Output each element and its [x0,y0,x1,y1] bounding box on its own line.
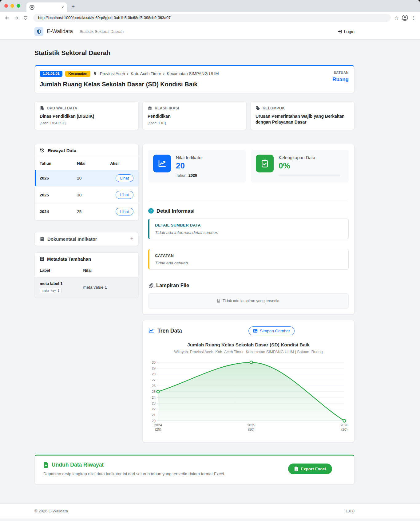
metadata-row: meta label 1 meta_key_1 meta value 1 [35,277,138,298]
opd-card: OPD WALI DATA Dinas Pendidikan (DISDIK) … [34,101,139,130]
col-label: Label [35,264,78,277]
browser-menu-icon[interactable]: ⋮ [411,15,416,21]
location-pin-icon [93,71,97,76]
klasifikasi-label: KLASIFIKASI [155,106,179,110]
sumber-data-empty: Tidak ada informasi detail sumber. [155,230,343,235]
svg-text:2024: 2024 [154,423,162,427]
row-nilai: 25 [72,203,105,220]
save-image-label: Simpan Gambar [260,329,290,333]
footer-version: 1.0.0 [346,509,355,513]
catatan-card: CATATAN Tidak ada catatan. [148,249,349,270]
save-image-button[interactable]: Simpan Gambar [248,326,295,335]
app-subtitle: Statistik Sektoral Daerah [80,29,124,34]
riwayat-row-2026[interactable]: 2026 20 Lihat [35,170,138,187]
paperclip-icon [148,283,153,288]
app-name: E-Walidata [47,28,73,35]
bookmark-star-icon[interactable]: ☆ [394,15,399,21]
url-bar[interactable]: http://localhost:1000/portal/ssd/iv-69rp… [33,14,391,22]
svg-text:25: 25 [152,389,156,393]
lihat-button-2025[interactable]: Lihat [116,191,133,199]
chart-title: Jumlah Ruang Kelas Sekolah Dasar (SD) Ko… [148,342,349,348]
site-header: E-Walidata Statistik Sektoral Daerah Log… [0,24,420,40]
new-tab-button[interactable]: + [71,4,75,10]
trend-line-chart: 20212223242526272829302024(25)2025(30)20… [148,358,349,437]
col-nilai: Nilai [72,157,105,170]
export-excel-label: Export Excel [301,467,326,471]
tab-close-icon[interactable]: × [61,5,64,10]
opd-value: Dinas Pendidikan (DISDIK) [40,113,133,120]
site-footer: © 2026 E-Walidata 1.0.0 [0,503,420,519]
kelompok-value: Urusan Pemerintahan Wajib yang Berkaitan… [256,113,349,125]
row-nilai: 30 [72,187,105,203]
clipboard-check-icon [256,155,274,172]
riwayat-row-2024[interactable]: 2024 25 Lihat [35,203,138,220]
svg-text:29: 29 [152,366,156,370]
svg-text:21: 21 [152,413,156,416]
building-icon [40,106,44,111]
trend-chart-icon [148,328,154,334]
row-tahun: 2024 [35,203,72,220]
unduh-heading: Unduh Data Riwayat [52,462,104,468]
nilai-indikator-label: Nilai Indikator [176,155,203,160]
klasifikasi-code: [Kode: 1.01] [148,121,241,125]
tahun-label: Tahun: [176,173,188,178]
tahun-value: 2026 [188,173,197,178]
lihat-button-2026[interactable]: Lihat [116,174,133,182]
export-excel-button[interactable]: Export Excel [288,464,332,474]
breadcrumb: Provinsi Aceh › Kab. Aceh Timur › Kecama… [100,71,219,76]
svg-text:23: 23 [152,401,156,405]
sumber-data-card: DETAIL SUMBER DATA Tidak ada informasi d… [148,219,349,239]
unduh-description: Dapatkan arsip lengkap nilai data indika… [43,472,225,476]
unduh-card: Unduh Data Riwayat Dapatkan arsip lengka… [34,455,355,484]
col-tahun: Tahun [35,157,72,170]
kelompok-card: KELOMPOK Urusan Pemerintahan Wajib yang … [250,101,355,130]
expand-plus-icon[interactable]: + [130,236,133,242]
satuan-value: Ruang [332,77,349,83]
trend-card: Tren Data Simpan Gambar Jumlah Ruang Kel… [142,320,355,442]
indicator-code-badge: 1.01.01.01 [40,71,62,77]
riwayat-row-2025[interactable]: 2025 30 Lihat [35,187,138,203]
breadcrumb-item-district[interactable]: Kecamatan SIMPANG ULIM [167,71,219,76]
detail-informasi-heading: i Detail Informasi [148,208,349,214]
lampiran-label: Lampiran File [156,282,189,288]
zoom-window-button[interactable] [17,4,20,8]
lihat-button-2024[interactable]: Lihat [116,208,133,216]
satuan-label: SATUAN [332,71,349,74]
lampiran-heading: Lampiran File [148,282,349,288]
app-logo [34,27,43,36]
dokumentasi-card[interactable]: Dokumentasi Indikator + [34,232,139,246]
overview-card: Nilai Indikator 20 Tahun: 2026 [142,144,355,314]
kelengkapan-label: Kelengkapan Data [279,155,340,160]
close-window-button[interactable] [4,4,8,8]
book-icon [40,237,45,242]
clipboard-icon [40,257,44,261]
forward-icon[interactable] [12,14,20,22]
layers-icon [148,106,152,111]
klasifikasi-card: KLASIFIKASI Pendidikan [Kode: 1.01] [142,101,247,130]
profile-avatar-icon[interactable] [402,15,408,21]
meta-label: meta label 1 [40,281,73,286]
image-icon [253,329,258,333]
login-link[interactable]: Login [338,29,355,34]
reload-icon[interactable] [22,14,30,22]
klasifikasi-value: Pendidikan [148,113,241,120]
svg-text:2025: 2025 [247,423,255,427]
breadcrumb-item-province[interactable]: Provinsi Aceh [100,71,125,76]
svg-text:(25): (25) [155,428,161,431]
meta-value: meta value 1 [78,277,138,298]
row-tahun: 2025 [35,187,72,203]
svg-text:22: 22 [152,407,156,411]
browser-window: × + http://localhost:1000/portal/ssd/iv-… [0,0,420,521]
kelengkapan-value: 0% [279,162,340,170]
minimize-window-button[interactable] [10,4,14,8]
catatan-empty: Tidak ada catatan. [155,261,343,265]
sumber-data-title: DETAIL SUMBER DATA [155,223,343,227]
back-icon[interactable] [3,14,11,22]
metadata-card: Metadata Tambahan Label Nilai [34,252,139,298]
detail-informasi-label: Detail Informasi [157,208,195,214]
metadata-title: Metadata Tambahan [47,256,91,262]
window-controls [4,4,20,8]
browser-tab[interactable]: × [26,2,67,12]
tab-favicon-icon [30,5,34,10]
breadcrumb-item-regency[interactable]: Kab. Aceh Timur [131,71,161,76]
